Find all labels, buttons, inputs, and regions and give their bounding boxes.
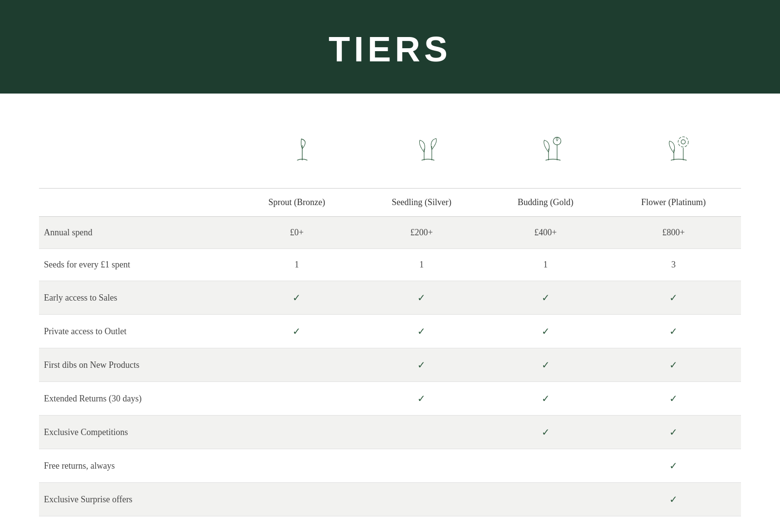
checkmark: ✓ [542,360,550,370]
col-header-feature [39,189,235,217]
checkmark: ✓ [542,292,550,303]
cell-seedling: ✓ [358,281,485,315]
cell-seedling: ✓ [358,382,485,416]
cell-budding: ✓ [485,315,606,348]
checkmark: ✓ [292,326,301,337]
table-row: First dibs on New Products✓✓✓ [39,348,741,382]
col-header-flower: Flower (Platinum) [606,189,741,217]
svg-point-9 [678,137,688,147]
table-row: Early access to Sales✓✓✓✓ [39,281,741,315]
checkmark: ✓ [417,360,426,370]
cell-sprout [235,416,358,449]
cell-budding: £400+ [485,217,606,249]
checkmark: ✓ [542,326,550,337]
col-header-sprout: Sprout (Bronze) [235,189,358,217]
cell-flower: ✓ [606,348,741,382]
cell-budding [485,449,606,483]
table-row: Seeds for every £1 spent1113 [39,249,741,281]
col-header-seedling: Seedling (Silver) [358,189,485,217]
checkmark: ✓ [542,427,550,437]
table-header-row: Sprout (Bronze) Seedling (Silver) Buddin… [39,189,741,217]
cell-budding: 1 [485,249,606,281]
checkmark: ✓ [542,393,550,404]
table-row: Annual spend£0+£200+£400+£800+ [39,217,741,249]
cell-flower: £800+ [606,217,741,249]
seedling-icon [410,133,445,169]
feature-label: Early access to Sales [39,281,235,315]
table-row: Free returns, always✓ [39,449,741,483]
feature-label: Private access to Outlet [39,315,235,348]
feature-label: Seeds for every £1 spent [39,249,235,281]
icons-row [39,123,741,183]
feature-label: First dibs on New Products [39,348,235,382]
cell-sprout: ✓ [235,281,358,315]
checkmark: ✓ [669,494,678,505]
cell-seedling: ✓ [358,315,485,348]
table-row: Exclusive Surprise offers✓ [39,483,741,516]
cell-flower: ✓ [606,483,741,516]
cell-flower: ✓ [606,382,741,416]
cell-flower: ✓ [606,449,741,483]
cell-sprout: 1 [235,249,358,281]
feature-label: Extended Returns (30 days) [39,382,235,416]
checkmark: ✓ [669,460,678,471]
table-row: Extended Returns (30 days)✓✓✓ [39,382,741,416]
cell-sprout: ✓ [235,315,358,348]
table-row: Exclusive Competitions✓✓ [39,416,741,449]
cell-seedling: 1 [358,249,485,281]
checkmark: ✓ [669,292,678,303]
cell-flower: 3 [606,249,741,281]
cell-flower: ✓ [606,281,741,315]
page-title: TIERS [0,29,780,69]
cell-budding: ✓ [485,348,606,382]
cell-seedling: ✓ [358,348,485,382]
icon-spacer [39,123,239,183]
feature-label: Exclusive Surprise offers [39,483,235,516]
checkmark: ✓ [417,292,426,303]
checkmark: ✓ [669,360,678,370]
table-row: Private access to Outlet✓✓✓✓ [39,315,741,348]
page-header: TIERS [0,0,780,94]
col-header-budding: Budding (Gold) [485,189,606,217]
cell-seedling [358,449,485,483]
sprout-icon-cell [239,123,365,183]
svg-point-8 [682,140,686,144]
main-content: Sprout (Bronze) Seedling (Silver) Buddin… [0,94,780,532]
cell-flower: ✓ [606,416,741,449]
cell-sprout [235,449,358,483]
cell-seedling [358,483,485,516]
budding-icon-cell [490,123,616,183]
cell-budding: ✓ [485,281,606,315]
cell-sprout [235,348,358,382]
cell-flower: ✓ [606,315,741,348]
sprout-icon [285,133,319,169]
budding-icon [536,133,570,169]
cell-sprout [235,382,358,416]
checkmark: ✓ [669,393,678,404]
flower-icon-cell [616,123,741,183]
cell-seedling: £200+ [358,217,485,249]
feature-label: Exclusive Competitions [39,416,235,449]
cell-sprout [235,483,358,516]
cell-budding: ✓ [485,382,606,416]
checkmark: ✓ [417,393,426,404]
comparison-table: Sprout (Bronze) Seedling (Silver) Buddin… [39,188,741,516]
seedling-icon-cell [365,123,490,183]
flower-icon [661,133,695,169]
checkmark: ✓ [292,292,301,303]
checkmark: ✓ [669,326,678,337]
cell-seedling [358,416,485,449]
cell-budding [485,483,606,516]
checkmark: ✓ [417,326,426,337]
feature-label: Free returns, always [39,449,235,483]
cell-sprout: £0+ [235,217,358,249]
cell-budding: ✓ [485,416,606,449]
feature-label: Annual spend [39,217,235,249]
checkmark: ✓ [669,427,678,437]
